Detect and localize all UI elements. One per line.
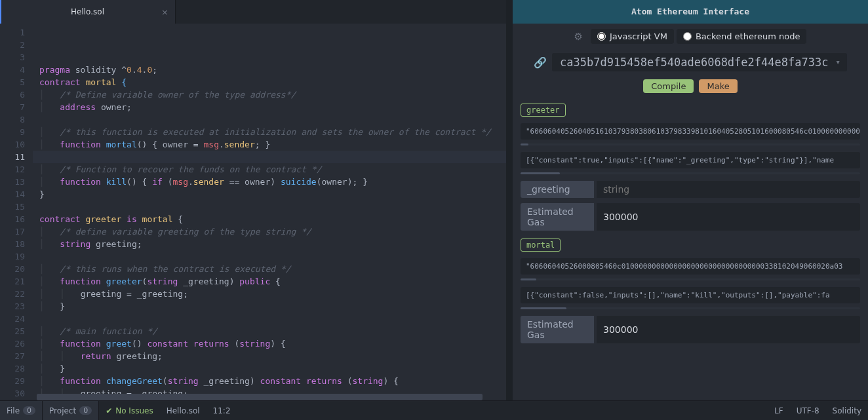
code-area[interactable]: 1234567891011121314151617181920212223242… [0,24,506,400]
param-input[interactable] [597,181,860,198]
line-number: 19 [0,250,25,263]
code-line[interactable] [39,250,506,263]
line-number: 4 [0,64,25,76]
code-line[interactable]: │ │ return greeting; [39,350,506,362]
line-number: 3 [0,51,25,64]
line-number: 7 [0,101,25,113]
make-button[interactable]: Make [699,79,737,93]
line-number: 24 [0,313,25,325]
code-line[interactable]: │ function changeGreet(string _greeting)… [39,375,506,387]
line-number: 15 [0,200,25,213]
code-line[interactable]: │ } [39,300,506,313]
line-number: 30 [0,387,25,400]
code-line[interactable]: │ function mortal() { owner = msg.sender… [39,138,506,151]
code-line[interactable]: │ /* define variable greeting of the typ… [39,225,506,238]
bytecode-box[interactable]: "60606040526000805460c010000000000000000… [521,258,860,275]
line-number: 26 [0,337,25,350]
gutter: 1234567891011121314151617181920212223242… [0,24,33,400]
status-cursor: 11:2 [207,401,237,420]
gas-input[interactable] [597,316,860,343]
line-number: 5 [0,76,25,88]
line-number: 14 [0,188,25,200]
tab-hello-sol[interactable]: Hello.sol × [0,0,176,24]
contract-badge[interactable]: mortal [521,239,561,252]
status-bar: File0 Project0 ✔No Issues Hello.sol 11:2… [0,400,868,420]
status-file[interactable]: File0 [0,401,43,420]
code-line[interactable]: } [39,188,506,200]
radio-jsvm[interactable]: Javascript VM [591,29,674,44]
scrollbar-thumb[interactable] [37,394,483,400]
address-row: 🔗 ca35b7d915458ef540ade6068dfe2f44e8fa73… [513,49,868,75]
line-number: 1 [0,26,25,39]
link-icon: 🔗 [534,56,547,69]
status-lf[interactable]: LF [768,401,790,420]
code-line[interactable]: contract mortal { [39,76,506,88]
tab-bar: Hello.sol × [0,0,506,24]
code-line[interactable]: │ } [39,362,506,375]
gas-label: Estimated Gas [521,316,594,343]
status-project[interactable]: Project0 [43,401,99,420]
code-line[interactable] [39,313,506,325]
code-line[interactable]: │ /* this runs when the contract is exec… [39,263,506,275]
line-number: 20 [0,263,25,275]
code-line[interactable]: contract greeter is mortal { [39,213,506,225]
bytecode-box[interactable]: "606060405260405161037938038061037983398… [521,123,860,140]
code-line[interactable]: │ /* Define variable owner of the type a… [39,88,506,101]
code-line[interactable]: │ string greeting; [39,238,506,250]
mini-scrollbar[interactable] [521,307,860,309]
radio-backend[interactable]: Backend ethereum node [677,29,807,44]
line-number: 12 [0,163,25,176]
mini-scrollbar[interactable] [521,143,860,145]
gas-row: Estimated Gas [521,203,860,231]
line-number: 29 [0,375,25,387]
panel-title: Atom Ethereum Interface [513,0,868,24]
code-line[interactable] [39,113,506,126]
status-issues[interactable]: ✔No Issues [99,401,159,420]
line-number: 17 [0,225,25,238]
code-line[interactable] [39,151,506,163]
line-number: 22 [0,288,25,300]
code-line[interactable]: │ /* main function */ [39,325,506,337]
line-number: 6 [0,88,25,101]
code-line[interactable]: │ /* Function to recover the funds on th… [39,163,506,176]
line-number: 28 [0,362,25,375]
line-number: 13 [0,176,25,188]
mini-scrollbar[interactable] [521,172,860,174]
param-label: _greeting [521,181,594,198]
line-number: 9 [0,126,25,138]
status-filename: Hello.sol [160,401,207,420]
abi-box[interactable]: [{"constant":true,"inputs":[{"name":"_gr… [521,152,860,168]
code-line[interactable]: │ address owner; [39,101,506,113]
code-line[interactable]: │ │ greeting = _greeting; [39,288,506,300]
code-body[interactable]: pragma solidity ^0.4.0;contract mortal {… [33,24,506,400]
check-icon: ✔ [106,406,112,415]
gas-input[interactable] [597,203,860,231]
code-line[interactable]: │ function greeter(string _greeting) pub… [39,275,506,288]
contract-badge[interactable]: greeter [521,104,566,117]
mini-scrollbar[interactable] [521,278,860,280]
radio-backend-input[interactable] [683,32,692,41]
code-line[interactable]: pragma solidity ^0.4.0; [39,64,506,76]
code-line[interactable] [39,200,506,213]
code-line[interactable]: │ /* this function is executed at initia… [39,126,506,138]
line-number: 27 [0,350,25,362]
status-encoding[interactable]: UTF-8 [790,401,826,420]
env-selector: ⚙ Javascript VM Backend ethereum node [513,24,868,49]
abi-box[interactable]: [{"constant":false,"inputs":[],"name":"k… [521,287,860,303]
horizontal-scrollbar[interactable] [37,394,496,400]
line-number: 23 [0,300,25,313]
line-number: 11 [0,151,25,163]
address-select[interactable]: ca35b7d915458ef540ade6068dfe2f44e8fa733c [552,53,847,71]
editor-pane: Hello.sol × 1234567891011121314151617181… [0,0,506,400]
tab-filename: Hello.sol [71,7,104,16]
close-icon[interactable]: × [161,7,168,17]
compile-button[interactable]: Compile [643,79,694,93]
code-line[interactable]: │ function greet() constant returns (str… [39,337,506,350]
gas-label: Estimated Gas [521,203,594,231]
radio-jsvm-input[interactable] [597,32,606,41]
line-number: 10 [0,138,25,151]
gear-icon[interactable]: ⚙ [574,31,583,43]
code-line[interactable]: │ function kill() { if (msg.sender == ow… [39,176,506,188]
param-row: _greeting [521,181,860,198]
status-language[interactable]: Solidity [826,401,868,420]
